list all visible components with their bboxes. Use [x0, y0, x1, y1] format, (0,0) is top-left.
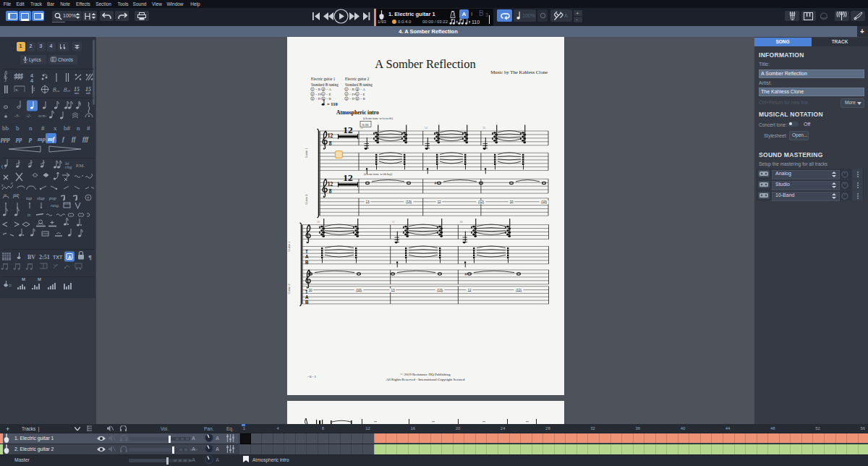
- svg-text:10: 10: [308, 289, 312, 292]
- svg-text:= E: = E: [326, 93, 331, 96]
- svg-text:(12): (12): [516, 289, 522, 292]
- svg-text:= F#: = F#: [315, 93, 322, 96]
- svg-text:Guitar 2: Guitar 2: [305, 194, 308, 205]
- svg-text:12: 12: [437, 200, 441, 204]
- svg-text:6: 6: [357, 97, 358, 101]
- svg-text:mf: mf: [48, 135, 56, 143]
- svg-text:-n:m-: -n:m-: [38, 114, 46, 118]
- svg-text:2: 2: [312, 93, 313, 96]
- svg-text:= B: = B: [360, 97, 365, 101]
- svg-text:2: 2: [346, 93, 347, 96]
- svg-text:pop: pop: [48, 195, 57, 200]
- svg-text:#: #: [87, 124, 90, 132]
- svg-text:15: 15: [482, 127, 485, 130]
- svg-text:n: n: [77, 124, 80, 132]
- svg-text:slap: slap: [37, 195, 46, 200]
- svg-text:18: 18: [459, 221, 462, 224]
- svg-text:fff: fff: [82, 135, 89, 143]
- svg-text:#: #: [41, 124, 45, 132]
- svg-text:x: x: [10, 181, 13, 185]
- svg-text:P.M.: P.M.: [76, 163, 85, 168]
- svg-text:pp: pp: [15, 135, 22, 143]
- svg-text:(13): (13): [437, 289, 443, 292]
- svg-text:= D: = D: [349, 97, 355, 101]
- svg-text:H/P: H/P: [13, 193, 20, 198]
- svg-text:= B: = B: [326, 97, 331, 101]
- svg-text:TXT: TXT: [53, 255, 63, 260]
- svg-text:A Somber Reflection: A Somber Reflection: [375, 57, 475, 71]
- svg-text:T: T: [87, 196, 90, 200]
- svg-text:ff: ff: [72, 135, 77, 143]
- svg-text:110: 110: [472, 20, 480, 25]
- svg-text:-3-: -3-: [14, 114, 20, 118]
- svg-text:Electric guitar 2: Electric guitar 2: [345, 77, 370, 81]
- svg-text:= A: = A: [360, 88, 365, 91]
- svg-text:Guitar 1: Guitar 1: [287, 241, 291, 252]
- svg-text:3: 3: [312, 97, 313, 101]
- svg-text:All Rights Reserved - Internat: All Rights Reserved - International Copy…: [386, 378, 465, 381]
- svg-text:Standard B tuning: Standard B tuning: [345, 82, 373, 87]
- svg-text:Guitar 2: Guitar 2: [287, 283, 291, 294]
- svg-text:0:26: 0:26: [362, 123, 369, 127]
- svg-text:= A: = A: [326, 88, 331, 91]
- svg-text:¶: ¶: [88, 254, 92, 261]
- svg-text:-2-: -2-: [26, 114, 31, 118]
- svg-text:b: b: [16, 124, 20, 132]
- svg-text:3: 3: [346, 97, 347, 101]
- svg-text:tr.: tr.: [27, 213, 31, 217]
- svg-text:= D: = D: [315, 97, 321, 101]
- svg-text:(10): (10): [356, 289, 362, 292]
- svg-text:12: 12: [343, 124, 353, 135]
- svg-text:= F#: = F#: [349, 93, 356, 96]
- svg-text:bb: bb: [2, 124, 9, 132]
- svg-text:8: 8: [329, 140, 332, 147]
- svg-text:Atmospheric intro: Atmospheric intro: [336, 109, 379, 116]
- svg-text:17: 17: [392, 221, 395, 224]
- svg-text:12: 12: [467, 289, 472, 292]
- svg-text:A: A: [305, 295, 309, 300]
- svg-text:(13): (13): [406, 200, 412, 204]
- svg-text:B: B: [305, 300, 309, 305]
- svg-text:1: 1: [346, 88, 347, 91]
- svg-text:5: 5: [323, 93, 324, 96]
- svg-text:A: A: [305, 254, 309, 259]
- svg-text:b#: b#: [64, 124, 71, 132]
- svg-text:M: M: [22, 277, 25, 281]
- svg-text:BV: BV: [27, 254, 35, 260]
- svg-text:H: H: [4, 193, 7, 198]
- svg-text:= E: = E: [360, 93, 365, 96]
- svg-text:M: M: [38, 277, 41, 281]
- svg-text:Standard B tuning: Standard B tuning: [311, 82, 339, 87]
- svg-text:14: 14: [425, 127, 427, 130]
- svg-text:ring: ring: [65, 165, 72, 169]
- svg-text:12: 12: [343, 172, 353, 183]
- svg-text:T: T: [305, 249, 308, 254]
- svg-text:16: 16: [317, 221, 320, 224]
- svg-text:5: 5: [357, 93, 358, 96]
- svg-text:10: 10: [509, 200, 514, 204]
- svg-text:x: x: [1, 183, 4, 187]
- svg-text:B: B: [305, 260, 309, 265]
- svg-text:© 2019 Resistance HQ Publishin: © 2019 Resistance HQ Publishing: [401, 373, 451, 376]
- svg-text:n: n: [29, 124, 33, 132]
- svg-text:x: x: [54, 124, 57, 132]
- svg-text:1: 1: [312, 88, 313, 91]
- svg-text:Electric guitar 1: Electric guitar 1: [311, 77, 336, 81]
- svg-text:rasg.: rasg.: [51, 203, 59, 208]
- svg-text:(12): (12): [478, 200, 485, 204]
- svg-text:8: 8: [329, 188, 332, 195]
- svg-text:= 110: = 110: [327, 101, 338, 106]
- svg-text:f: f: [62, 135, 65, 143]
- svg-text:(clean tone w/reverb): (clean tone w/reverb): [363, 116, 393, 120]
- svg-text:6: 6: [323, 97, 324, 101]
- svg-text:= B: = B: [315, 88, 320, 91]
- svg-text:= B: = B: [349, 88, 354, 91]
- svg-text:Guitar 1: Guitar 1: [305, 147, 308, 158]
- svg-text:13: 13: [391, 289, 395, 292]
- svg-text:=: =: [9, 283, 12, 288]
- svg-text:A: A: [68, 255, 72, 260]
- svg-text:12: 12: [328, 132, 333, 139]
- svg-text:(clean tone w/delay): (clean tone w/delay): [364, 172, 393, 176]
- svg-text:ppp: ppp: [0, 135, 10, 143]
- svg-text:13: 13: [360, 127, 363, 130]
